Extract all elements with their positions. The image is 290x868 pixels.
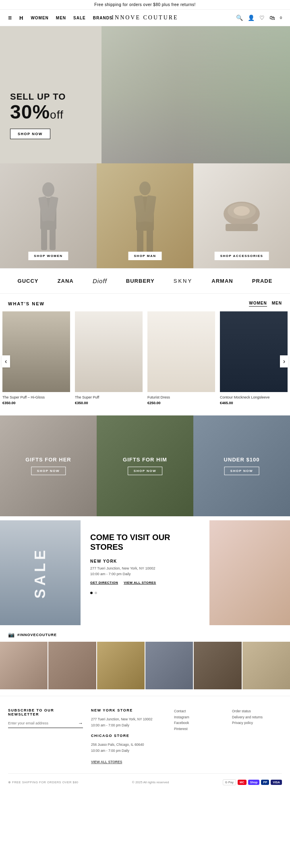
footer-chicago-hours: 10:00 am - 7:00 pm Daily <box>91 748 166 753</box>
promo-gifts-her[interactable]: GIFTS FOR HER SHOP NOW <box>0 415 97 516</box>
brand-dioff[interactable]: Dioff <box>93 278 107 284</box>
brand-burbery[interactable]: BURBERY <box>126 278 155 284</box>
product-image-1 <box>2 311 70 392</box>
hero-content: SELL UP TO 30%off SHOP NOW <box>10 92 66 139</box>
brand-arman[interactable]: ARMAN <box>211 278 233 284</box>
instagram-thumb-2[interactable] <box>48 642 96 689</box>
product-card[interactable]: Futurist Dress €250.00 <box>145 311 218 411</box>
prev-button[interactable]: ‹ <box>2 355 10 367</box>
promo-him-button[interactable]: SHOP NOW <box>128 467 162 475</box>
tab-women[interactable]: WOMEN <box>249 301 267 307</box>
category-men-label[interactable]: SHOP MAN <box>128 252 162 260</box>
search-icon[interactable]: 🔍 <box>236 15 243 21</box>
instagram-thumb-4[interactable] <box>145 642 193 689</box>
cart-icon[interactable]: 🛍 <box>269 15 275 21</box>
footer-link-pinterest[interactable]: Pinterest <box>174 726 224 732</box>
svg-rect-15 <box>226 224 258 231</box>
footer-link-order-status[interactable]: Order status <box>232 708 282 714</box>
hero-shop-button[interactable]: SHOP NOW <box>10 129 50 139</box>
view-all-stores-link[interactable]: VIEW ALL STORES <box>124 581 156 584</box>
navigation: ☰ H WOMEN MEN SALE BRANDS INNOVE COUTURE… <box>0 10 290 26</box>
product-card[interactable]: Contour Mockneck Longsleeve €465.00 <box>218 311 290 411</box>
store-section: SALE COME TO VISIT OUR STORES NEW YORK 2… <box>0 520 290 625</box>
nav-left: ☰ H WOMEN MEN SALE BRANDS <box>8 15 113 21</box>
nav-link-men[interactable]: MEN <box>56 16 66 20</box>
category-accessories[interactable]: SHOP ACCESSORIES <box>193 163 290 268</box>
nav-link-women[interactable]: WOMEN <box>31 16 48 20</box>
dot-1[interactable] <box>90 592 93 594</box>
tab-men[interactable]: MEN <box>272 301 282 307</box>
svg-rect-10 <box>137 229 143 252</box>
brands-strip: GUCCY ZANA Dioff BURBERY SKNY ARMAN PRAD… <box>0 268 290 294</box>
promo-grid: GIFTS FOR HER SHOP NOW GIFTS FOR HIM SHO… <box>0 415 290 516</box>
store-city: NEW YORK <box>90 559 200 563</box>
instagram-thumb-6[interactable] <box>242 642 290 689</box>
nav-link-sale[interactable]: SALE <box>73 16 86 20</box>
menu-icon[interactable]: ☰ <box>8 16 12 20</box>
promo-100-button[interactable]: SHOP NOW <box>224 467 259 475</box>
category-accessories-label[interactable]: SHOP ACCESSORIES <box>215 252 269 260</box>
instagram-icon: 📷 <box>8 632 15 638</box>
product-card[interactable]: The Super Puff €350.00 <box>72 311 145 411</box>
wishlist-icon[interactable]: ♡ <box>259 15 265 21</box>
dot-2[interactable] <box>95 592 97 594</box>
next-button[interactable]: › <box>280 355 288 367</box>
brand-skny[interactable]: SKNY <box>174 278 193 284</box>
product-name-1: The Super Puff – Hi-Gloss <box>2 395 70 399</box>
instagram-bar: 📷 #INNOVECOUTURE <box>0 625 290 642</box>
site-logo[interactable]: INNOVE COUTURE <box>112 15 178 21</box>
svg-rect-11 <box>147 229 153 252</box>
payment-icons: G Pay MC Shop PP VISA <box>223 779 282 785</box>
footer-link-instagram[interactable]: Instagram <box>174 714 224 720</box>
cart-count: 0 <box>280 16 282 20</box>
nav-brand-h[interactable]: H <box>19 15 23 21</box>
payment-gpay: G Pay <box>223 779 236 785</box>
get-direction-link[interactable]: GET DIRECTION <box>90 581 118 584</box>
footer-link-privacy[interactable]: Privacy policy <box>232 720 282 726</box>
category-men[interactable]: SHOP MAN <box>97 163 193 268</box>
footer-link-facebook[interactable]: Facebook <box>174 720 224 726</box>
footer-chicago-address: 256 Juaso Pals, Chicago, IL 60640 <box>91 742 166 747</box>
category-women-label[interactable]: SHOP WOMEN <box>28 252 68 260</box>
topbar-text: Free shipping for orders over $80 plus f… <box>94 2 196 7</box>
brand-prade[interactable]: PRADE <box>252 278 273 284</box>
footer: SUBSCRIBE TO OUR NEWSLETTER → NEW YORK S… <box>0 696 290 793</box>
store-image-right <box>209 520 290 625</box>
product-price-1: €350.00 <box>2 401 70 405</box>
payment-shop: Shop <box>248 780 260 785</box>
svg-point-0 <box>42 182 54 197</box>
footer-policy-col: Order status Delivery and returns Privac… <box>232 708 282 765</box>
footer-link-delivery[interactable]: Delivery and returns <box>232 714 282 720</box>
instagram-thumb-5[interactable] <box>194 642 241 689</box>
promo-gifts-him[interactable]: GIFTS FOR HIM SHOP NOW <box>97 415 193 516</box>
brand-guccy[interactable]: GUCCY <box>18 278 39 284</box>
newsletter-submit-icon[interactable]: → <box>78 720 83 726</box>
promo-under-100[interactable]: UNDER $100 SHOP NOW <box>193 415 290 516</box>
newsletter-input-wrap: → <box>8 720 83 728</box>
top-bar: Free shipping for orders over $80 plus f… <box>0 0 290 10</box>
product-image-3 <box>147 311 215 392</box>
payment-pp: PP <box>261 780 269 785</box>
newsletter-title: SUBSCRIBE TO OUR NEWSLETTER <box>8 708 83 716</box>
product-card[interactable]: The Super Puff – Hi-Gloss €350.00 <box>0 311 72 411</box>
payment-mc: MC <box>238 780 246 785</box>
brand-zana[interactable]: ZANA <box>58 278 74 284</box>
instagram-thumb-1[interactable] <box>0 642 48 689</box>
nav-link-brands[interactable]: BRANDS <box>93 16 113 20</box>
category-women[interactable]: SHOP WOMEN <box>0 163 97 268</box>
instagram-grid <box>0 642 290 696</box>
user-icon[interactable]: 👤 <box>248 15 255 21</box>
footer-view-all-stores[interactable]: VIEW ALL STORES <box>91 759 166 765</box>
newsletter-input[interactable] <box>8 720 78 726</box>
store-image-left: SALE <box>0 520 81 625</box>
instagram-thumb-3[interactable] <box>97 642 145 689</box>
product-price-3: €250.00 <box>147 401 215 405</box>
instagram-handle[interactable]: #INNOVECOUTURE <box>17 633 57 637</box>
nav-icons: 🔍 👤 ♡ 🛍 0 <box>236 15 282 21</box>
store-heading: COME TO VISIT OUR STORES <box>90 532 200 552</box>
product-name-2: The Super Puff <box>75 395 143 399</box>
footer-link-contact[interactable]: Contact <box>174 708 224 714</box>
promo-100-title: UNDER $100 <box>224 457 260 463</box>
promo-her-button[interactable]: SHOP NOW <box>31 467 66 475</box>
product-image-4 <box>220 311 288 392</box>
